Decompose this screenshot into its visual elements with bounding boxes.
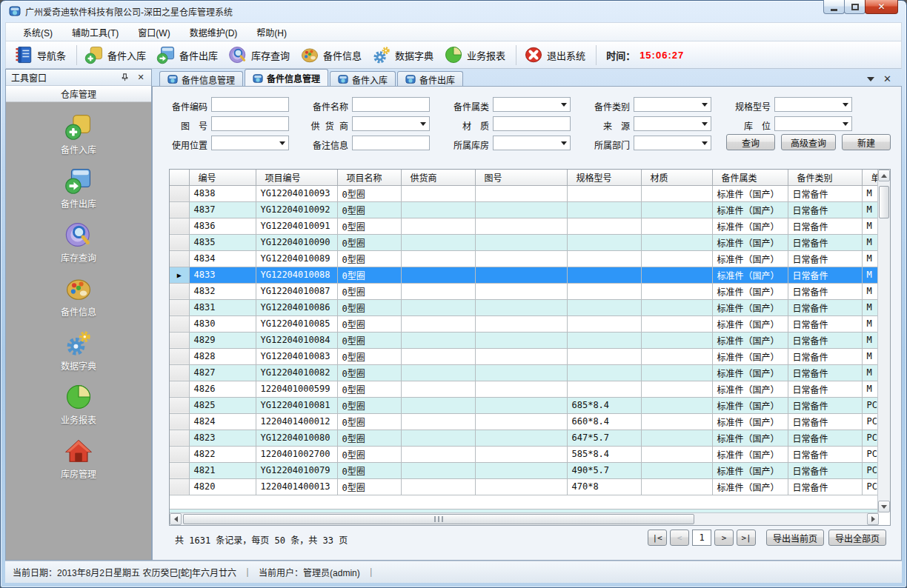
scroll-right-icon[interactable] <box>867 513 879 525</box>
dropdown-arrow-icon[interactable] <box>558 98 570 111</box>
col-material[interactable]: 材质 <box>641 170 712 185</box>
tab-parts-info-mgmt-1[interactable]: 备件信息管理 <box>159 71 243 87</box>
col-no[interactable]: 编号 <box>189 170 256 185</box>
table-row[interactable]: ▶ 4833 YG12204010088 0型圈 标准件（国产） 日常备件 <box>170 267 879 283</box>
current-page-input[interactable]: 1 <box>692 529 711 546</box>
sidebar-item-parts-in[interactable]: 备件入库 <box>61 113 96 156</box>
table-row[interactable]: ▶ 4825 YG12204010081 0型圈 685*8.4 标准件（国产）… <box>170 397 879 413</box>
menu-tools[interactable]: 辅助工具(T) <box>62 22 128 42</box>
prev-page-button[interactable]: < <box>670 529 689 546</box>
advanced-query-button[interactable]: 高级查询 <box>781 134 836 150</box>
supplier-select[interactable] <box>352 116 430 131</box>
menu-data-maintenance[interactable]: 数据维护(D) <box>180 22 247 42</box>
dropdown-arrow-icon[interactable] <box>558 136 570 150</box>
department-select[interactable] <box>634 136 711 150</box>
horizontal-scroll-thumb[interactable] <box>183 514 694 524</box>
table-row[interactable]: ▶ 4836 YG12204010091 0型圈 标准件（国产） 日常备件 <box>170 218 879 234</box>
toolbar-exit[interactable]: 退出系统 <box>520 43 592 67</box>
new-button[interactable]: 新建 <box>842 134 891 150</box>
table-row[interactable]: ▶ 4834 YG12204010089 0型圈 标准件（国产） 日常备件 <box>170 250 879 267</box>
dropdown-arrow-icon[interactable] <box>699 98 711 111</box>
dropdown-arrow-icon[interactable] <box>840 98 851 111</box>
table-row[interactable]: ▶ 4824 1220401400012 0型圈 660*8.4 标准件（国产）… <box>170 413 879 430</box>
col-project-no[interactable]: 项目编号 <box>256 170 337 185</box>
sidebar-item-report[interactable]: 业务报表 <box>61 383 96 426</box>
table-row[interactable]: ▶ 4838 YG12204010093 0型圈 标准件（国产） 日常备件 <box>170 185 879 201</box>
part-name-input[interactable] <box>352 97 430 112</box>
horizontal-scrollbar[interactable] <box>170 512 879 525</box>
dropdown-arrow-icon[interactable] <box>699 136 711 150</box>
tab-parts-in[interactable]: 备件入库 <box>330 71 396 87</box>
table-row[interactable]: ▶ 4826 1220401000599 0型圈 标准件（国产） 日常备件 <box>170 381 879 397</box>
col-supplier[interactable]: 供货商 <box>401 170 475 185</box>
toolbar-navigator[interactable]: 导航条 <box>10 43 73 67</box>
vertical-scrollbar[interactable] <box>877 170 890 512</box>
col-part-attr[interactable]: 备件属类 <box>712 170 788 185</box>
col-project-name[interactable]: 项目名称 <box>337 170 401 185</box>
table-row[interactable]: ▶ 4830 YG12204010085 0型圈 标准件（国产） 日常备件 <box>170 315 879 332</box>
table-row[interactable]: ▶ 4821 YG12204010079 0型圈 490*5.7 标准件（国产）… <box>170 462 879 478</box>
export-all-pages-button[interactable]: 导出全部页 <box>828 529 886 546</box>
col-unit[interactable]: 单位 <box>862 170 879 185</box>
table-row[interactable]: ▶ 4835 YG12204010090 0型圈 标准件（国产） 日常备件 <box>170 234 879 250</box>
dropdown-arrow-icon[interactable] <box>276 136 288 150</box>
pin-icon[interactable] <box>119 73 130 83</box>
scroll-down-icon[interactable] <box>878 501 890 512</box>
close-button[interactable]: ✕ <box>865 0 898 14</box>
source-select[interactable] <box>634 116 711 131</box>
tab-close-icon[interactable]: ✕ <box>883 76 891 83</box>
toolbar-report[interactable]: 业务报表 <box>440 43 512 67</box>
drawing-no-input[interactable] <box>211 116 289 131</box>
remark-input[interactable] <box>352 136 430 150</box>
table-row[interactable]: ▶ 4832 YG12204010087 0型圈 标准件（国产） 日常备件 <box>170 283 879 299</box>
scroll-left-icon[interactable] <box>170 513 182 525</box>
table-row[interactable]: ▶ 4827 YG12204010082 0型圈 标准件（国产） 日常备件 <box>170 364 879 381</box>
toolbar-stock-query[interactable]: 库存查询 <box>225 43 296 67</box>
menu-window[interactable]: 窗口(W) <box>128 22 179 42</box>
sidebar-close-icon[interactable]: ✕ <box>136 73 146 83</box>
tab-parts-info-mgmt-2-active[interactable]: 备件信息管理 <box>245 69 328 87</box>
first-page-button[interactable]: |< <box>648 529 667 546</box>
query-button[interactable]: 查询 <box>726 134 775 150</box>
table-row[interactable]: ▶ 4831 YG12204010086 0型圈 标准件（国产） 日常备件 <box>170 299 879 315</box>
part-type-select[interactable] <box>634 97 711 112</box>
part-attr-select[interactable] <box>493 97 571 112</box>
spec-model-select[interactable] <box>774 97 852 112</box>
table-row[interactable]: ▶ 4829 YG12204010084 0型圈 标准件（国产） 日常备件 <box>170 332 879 348</box>
location-select[interactable] <box>774 116 852 131</box>
minimize-button[interactable] <box>823 0 845 14</box>
sidebar-item-parts-out[interactable]: 备件出库 <box>61 167 96 210</box>
toolbar-parts-in[interactable]: 备件入库 <box>81 43 153 67</box>
table-row[interactable]: ▶ 4837 YG12204010092 0型圈 标准件（国产） 日常备件 <box>170 201 879 218</box>
material-input[interactable] <box>493 116 571 131</box>
toolbar-parts-info[interactable]: 备件信息 <box>296 43 368 67</box>
part-code-input[interactable] <box>211 97 289 112</box>
table-row[interactable]: ▶ 4820 1220401400013 0型圈 470*8 标准件（国产） 日… <box>170 478 879 495</box>
col-spec[interactable]: 规格型号 <box>567 170 641 185</box>
table-row[interactable]: ▶ 4823 YG12204010080 0型圈 647*5.7 标准件（国产）… <box>170 430 879 446</box>
sidebar-item-data-dict[interactable]: 数据字典 <box>61 329 96 372</box>
col-part-type[interactable]: 备件类别 <box>788 170 862 185</box>
menu-system[interactable]: 系统(S) <box>13 22 62 42</box>
tab-list-dropdown-icon[interactable] <box>867 77 874 81</box>
export-current-page-button[interactable]: 导出当前页 <box>766 529 824 546</box>
warehouse-select[interactable] <box>493 136 571 150</box>
sidebar-item-warehouse-mgmt[interactable]: 库房管理 <box>61 437 96 480</box>
col-drawing-no[interactable]: 图号 <box>475 170 567 185</box>
maximize-button[interactable] <box>844 0 866 14</box>
use-position-select[interactable] <box>211 136 289 150</box>
dropdown-arrow-icon[interactable] <box>840 117 851 130</box>
dropdown-arrow-icon[interactable] <box>699 117 711 130</box>
toolbar-parts-out[interactable]: 备件出库 <box>153 43 225 67</box>
dropdown-arrow-icon[interactable] <box>417 117 429 130</box>
table-row[interactable]: ▶ 4822 1220401002700 0型圈 585*8.4 标准件（国产）… <box>170 446 879 462</box>
last-page-button[interactable]: >| <box>737 529 756 546</box>
menu-help[interactable]: 帮助(H) <box>247 22 296 42</box>
tab-parts-out[interactable]: 备件出库 <box>397 71 463 87</box>
table-row[interactable]: ▶ 4828 YG12204010083 0型圈 标准件（国产） 日常备件 <box>170 348 879 364</box>
sidebar-item-parts-info[interactable]: 备件信息 <box>61 275 96 318</box>
next-page-button[interactable]: > <box>714 529 734 546</box>
sidebar-item-stock-query[interactable]: 库存查询 <box>61 221 96 264</box>
vertical-scroll-thumb[interactable] <box>879 186 889 218</box>
scroll-up-icon[interactable] <box>878 170 890 181</box>
